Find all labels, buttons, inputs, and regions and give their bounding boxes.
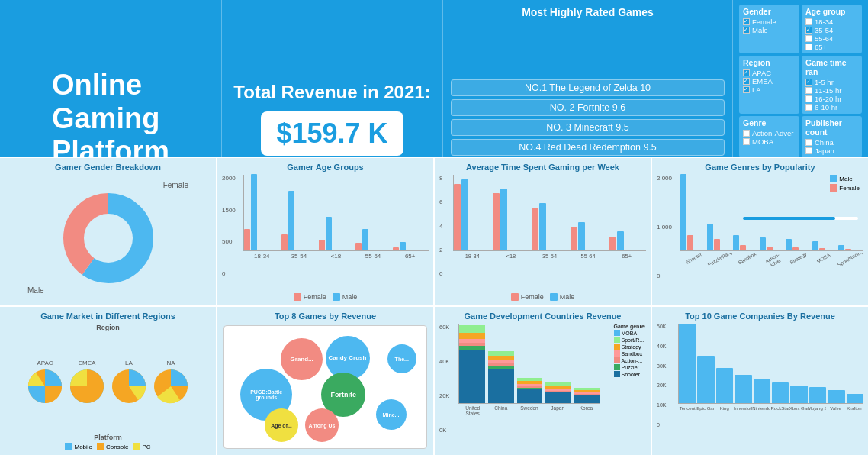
revenue-label: Total Revenue in 2021: [233,82,430,104]
svg-point-2 [84,214,133,263]
bar-valve [828,390,844,403]
genres-card: Game Genres by Popularity Male Female 2,… [652,158,868,305]
avg-time-card: Average Time Spent Gaming per Week 8 6 4… [435,158,652,305]
revenue-value-box: $159.7 K [261,111,403,156]
top8-title: Top 8 Games by Revenue [222,311,429,321]
apac-checkbox[interactable] [743,69,750,76]
gt-11-15-checkbox[interactable] [805,87,812,94]
genres-title: Game Genres by Popularity [657,163,863,172]
bubble-ageof: Age of... [265,408,298,442]
gt-16-20-checkbox[interactable] [805,95,812,102]
filter-gender-title: Gender [743,7,796,16]
top8-card: Top 8 Games by Revenue Grand... Candy Cr… [217,307,435,455]
bar-king [716,368,733,403]
region-label: Region [5,324,211,331]
genre-moba-checkbox[interactable] [743,138,750,145]
bubble-amongus: Among Us [305,408,339,442]
region-emea-label: EMEA [79,360,96,366]
region-apac-label: APAC [37,360,53,366]
region-na-label: NA [166,360,175,366]
filter-publisher: Publisher count China Japan [802,116,862,157]
male-legend: Male [333,293,358,301]
top-games-title: Most Highly Rated Games [451,6,725,18]
filter-genre-title: Genre [743,118,796,127]
companies-bars [678,324,863,404]
emea-checkbox[interactable] [743,78,750,85]
age3554-checkbox[interactable] [805,27,812,34]
na-pie [151,366,191,406]
bar-krafton [847,394,863,403]
regions-card: Game Market in Different Regions Region … [0,307,217,455]
donut-container: Female Male [5,175,211,301]
la-pie [109,366,149,406]
filter-agegroup-title: Age group [805,7,858,16]
countries-card: Game Development Countries Revenue Game … [435,307,652,455]
bar-rockstar [772,382,789,403]
age5564-checkbox[interactable] [805,35,812,42]
top-row: Online Gaming Platform Total Revenue in … [0,0,868,157]
male-checkbox[interactable] [743,27,750,34]
age-legend: Female Male [222,293,429,301]
mid-row: Gamer Gender Breakdown Female Male Gamer… [0,157,868,305]
bar-epic [697,356,714,403]
bar-nintendo [754,379,770,403]
filter-gametime-title: Game time ran [805,58,858,76]
countries-legend: Game genre MOBA Sport/R... Strategy Sand… [614,324,645,378]
bubble-mine: Mine... [376,399,407,430]
top-game-3: NO. 3 Minecraft 9.5 [451,119,725,136]
revenue-value: $159.7 K [276,118,387,150]
top-game-1: NO.1 The Legend of Zelda 10 [451,79,725,96]
pub-japan-checkbox[interactable] [805,147,812,154]
filter-female[interactable]: Female [743,18,796,26]
filter-gender: Gender Female Male [739,5,799,53]
filter-agegroup: Age group 18-34 35-54 55-64 65+ [802,5,862,53]
bubble-chart: Grand... Candy Crush The... PUGB:Battle … [223,325,427,449]
age-groups-card: Gamer Age Groups 2000 1500 500 0 18-34 [217,158,435,305]
filter-region: Region APAC EMEA LA [739,56,799,114]
donut-chart [63,192,154,284]
avgtime-female-legend: Female [511,293,544,301]
platform-label: Platform [5,434,211,441]
dashboard: Online Gaming Platform Total Revenue in … [0,0,868,455]
regions-title: Game Market in Different Regions [5,311,211,321]
app-title: Online Gaming Platform [52,69,169,169]
countries-bars [458,324,600,404]
age-chart-title: Gamer Age Groups [222,163,429,172]
bar-mojang [809,387,826,403]
filter-male[interactable]: Male [743,26,796,34]
platform-legend: Mobile Console PC [5,443,211,450]
top-game-2: NO. 2 Fortnite 9.6 [451,99,725,116]
bar-tencent [679,324,696,403]
filter-genre: Genre Action-Adver MOBA [739,116,799,157]
companies-x-labels: Tencent Epic Games King Innersloth Ninte… [678,406,863,411]
region-la-label: LA [125,360,133,366]
bar-innersloth [735,375,751,403]
bubble-the: The... [387,344,416,373]
gender-breakdown-card: Gamer Gender Breakdown Female Male [0,158,217,305]
female-legend: Female [294,293,326,301]
age65plus-checkbox[interactable] [805,44,812,50]
filter-publisher-title: Publisher count [805,118,858,137]
bubble-grand: Grand... [281,338,323,380]
apac-pie [25,366,65,406]
age1834-checkbox[interactable] [805,18,812,25]
bar-xbox [790,386,807,403]
top-game-4: NO.4 Red Dead Redemption 9.5 [451,139,725,156]
pub-china-checkbox[interactable] [805,139,812,146]
companies-card: Top 10 Game Companies By Revenue 50K 40K… [652,307,868,455]
donut-female-label: Female [163,181,188,189]
companies-title: Top 10 Game Companies By Revenue [657,311,863,321]
avgtime-legend: Female Male [439,293,646,301]
avgtime-male-legend: Male [550,293,575,301]
filter-region-title: Region [743,58,796,67]
female-checkbox[interactable] [743,18,750,25]
genre-action-checkbox[interactable] [743,130,750,137]
la-checkbox[interactable] [743,86,750,93]
gender-chart-title: Gamer Gender Breakdown [5,163,211,172]
filter-gametime: Game time ran 1-5 hr 11-15 hr 16-20 hr 6… [802,56,862,114]
emea-pie [67,366,107,406]
gt-1-5-checkbox[interactable] [805,79,812,86]
gt-6-10-checkbox[interactable] [805,104,812,111]
avg-time-title: Average Time Spent Gaming per Week [439,163,646,172]
donut-male-label: Male [27,286,44,295]
